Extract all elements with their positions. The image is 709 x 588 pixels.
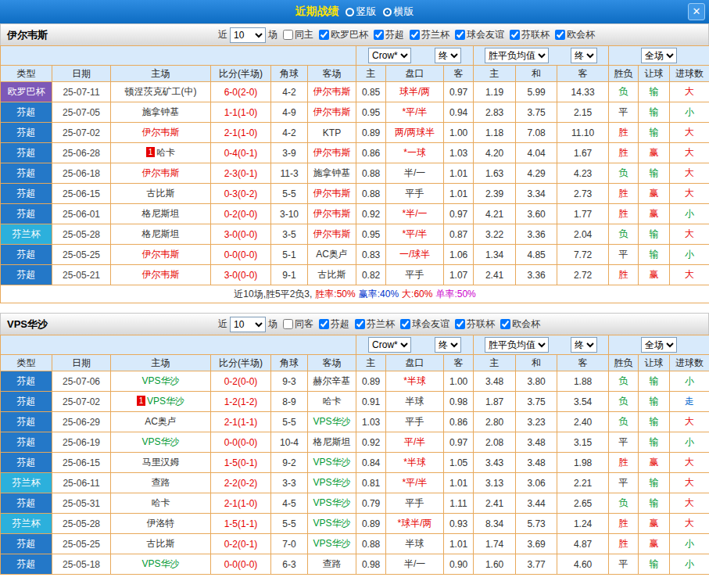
league-filter-checkbox[interactable]: 芬兰杯 — [410, 28, 449, 41]
filters: 近 10 场 同客 芬超芬兰杯球会友谊芬联杯欧会杯 — [218, 317, 540, 332]
final-odds-select[interactable]: 终 — [435, 337, 461, 353]
column-header-type: 类型 — [1, 66, 52, 82]
recent-label: 近 — [218, 317, 227, 331]
match-row: 芬超25-06-18伊尔韦斯2-3(0-1)11-3施拿钟基0.88半/一1.0… — [1, 163, 709, 184]
league-filter-checkbox-input[interactable] — [400, 319, 410, 329]
column-header-goals: 进球数 — [670, 355, 709, 371]
recent-count-select[interactable]: 10 — [230, 317, 266, 332]
final-avg-select[interactable]: 终 — [571, 337, 597, 353]
column-header-avg-away: 客 — [557, 355, 609, 371]
column-header-odds-home: 主 — [356, 355, 386, 371]
column-header-avg-home: 主 — [474, 355, 516, 371]
league-filters: 欧罗巴杯芬超芬兰杯球会友谊芬联杯欧会杯 — [313, 28, 595, 41]
match-row: 芬超25-06-15马里汉姆1-5(0-1)9-2VPS华沙0.84*半球1.0… — [1, 453, 709, 473]
recent-count-select[interactable]: 10 — [230, 27, 266, 43]
results-table-home: Crow* 终 胜平负均值 终 全场 类型 — [0, 45, 709, 303]
league-filter-checkbox[interactable]: 欧罗巴杯 — [319, 28, 368, 41]
column-header-handicap: 盘口 — [386, 355, 444, 371]
league-filter-checkbox[interactable]: 欧会杯 — [555, 28, 595, 41]
column-header-avg-draw: 和 — [516, 355, 557, 371]
league-filter-checkbox-input[interactable] — [319, 319, 329, 329]
match-row: 芬超25-07-05施拿钟基1-1(1-0)4-9伊尔韦斯0.95*平/半0.9… — [1, 102, 709, 123]
column-header-winlose: 胜负 — [609, 66, 639, 82]
league-filter-checkbox-input[interactable] — [374, 30, 384, 40]
league-filter-checkbox[interactable]: 球会友谊 — [400, 317, 449, 331]
radio-icon — [346, 8, 354, 16]
column-header-winlose: 胜负 — [609, 355, 639, 371]
team-bar: 伊尔韦斯 近 10 场 同主 欧罗巴杯芬超芬兰杯球会友谊芬联杯欧会杯 — [0, 23, 709, 45]
match-rows: 欧罗巴杯25-07-11顿涅茨克矿工(中)6-0(2-0)4-2伊尔韦斯0.85… — [1, 82, 709, 285]
recent-unit: 场 — [268, 317, 278, 331]
summary-segment: 赢率:40% — [359, 289, 399, 299]
match-row: 芬超25-05-25古比斯0-2(0-1)7-0VPS华沙0.88半球1.011… — [1, 534, 709, 554]
close-icon[interactable]: ✕ — [688, 3, 705, 20]
recent-label: 近 — [218, 28, 227, 41]
league-filter-checkbox[interactable]: 芬超 — [374, 28, 404, 41]
column-header-date: 日期 — [52, 66, 111, 82]
same-venue-checkbox[interactable]: 同客 — [283, 317, 313, 331]
summary-segment: 胜率:50% — [315, 289, 355, 299]
column-header-score: 比分(半场) — [211, 66, 271, 82]
league-filter-checkbox[interactable]: 球会友谊 — [455, 28, 504, 41]
league-filter-checkbox[interactable]: 芬超 — [319, 317, 349, 331]
match-row: 芬超25-06-19VPS华沙0-0(0-0)10-4格尼斯坦0.92平/半0.… — [1, 432, 709, 453]
full-match-select[interactable]: 全场 — [641, 48, 677, 63]
column-header-handicap: 盘口 — [386, 66, 444, 82]
league-filter-checkbox-input[interactable] — [500, 319, 510, 329]
full-match-select[interactable]: 全场 — [641, 337, 677, 353]
column-header-corner: 角球 — [271, 355, 308, 371]
column-header-avg-home: 主 — [474, 66, 516, 82]
league-filter-checkbox-input[interactable] — [510, 30, 520, 40]
column-header-odds-away: 客 — [444, 66, 474, 82]
red-card-badge: 1 — [146, 147, 155, 157]
match-row: 芬超25-05-21伊尔韦斯3-0(0-0)9-1古比斯0.82平手1.072.… — [1, 265, 709, 285]
orientation-radio-vertical[interactable]: 竖版 — [346, 5, 377, 19]
final-avg-select[interactable]: 终 — [571, 48, 597, 63]
same-venue-checkbox[interactable]: 同主 — [283, 28, 313, 41]
match-row: 芬超25-06-281哈卡0-4(0-1)3-9伊尔韦斯0.86*一球1.034… — [1, 143, 709, 163]
league-filter-checkbox-input[interactable] — [455, 319, 465, 329]
red-card-badge: 1 — [137, 396, 145, 406]
titlebar: 近期战绩 竖版 横版 ✕ — [0, 0, 709, 23]
league-filter-checkbox-input[interactable] — [410, 30, 420, 40]
summary-segment: 大:60% — [402, 289, 432, 299]
column-header-score: 比分(半场) — [211, 355, 271, 371]
league-filter-checkbox[interactable]: 芬联杯 — [455, 317, 495, 331]
column-header-goals: 进球数 — [670, 66, 709, 82]
column-header-date: 日期 — [52, 355, 111, 371]
summary-segment: 近10场,胜5平2负3, — [234, 289, 312, 299]
league-filter-checkbox-input[interactable] — [455, 30, 465, 40]
avg-odds-select[interactable]: 胜平负均值 — [485, 48, 549, 63]
column-header-away: 客场 — [308, 355, 356, 371]
match-row: 芬超25-05-31哈卡2-1(1-0)4-5VPS华沙0.79平手1.112.… — [1, 493, 709, 514]
league-filter-checkbox[interactable]: 芬兰杯 — [355, 317, 395, 331]
crow-odds-select[interactable]: Crow* — [368, 48, 411, 63]
team-bar: VPS华沙 近 10 场 同客 芬超芬兰杯球会友谊芬联杯欧会杯 — [0, 313, 709, 335]
crow-odds-select[interactable]: Crow* — [368, 337, 411, 353]
league-filter-checkbox[interactable]: 芬联杯 — [510, 28, 550, 41]
column-header-home: 主场 — [111, 66, 211, 82]
column-header-home: 主场 — [111, 355, 211, 371]
column-header-handicap-result: 让球 — [639, 355, 670, 371]
league-filter-checkbox[interactable]: 欧会杯 — [500, 317, 540, 331]
same-venue-checkbox-input[interactable] — [283, 30, 293, 40]
league-filter-checkbox-input[interactable] — [319, 30, 329, 40]
match-rows: 芬超25-07-06VPS华沙0-2(0-0)9-3赫尔辛基0.89*半球1.0… — [1, 371, 709, 575]
final-odds-select[interactable]: 终 — [435, 48, 461, 63]
column-header-corner: 角球 — [271, 66, 308, 82]
same-venue-checkbox-input[interactable] — [283, 319, 293, 329]
league-filter-checkbox-input[interactable] — [555, 30, 565, 40]
column-header-type: 类型 — [1, 355, 52, 371]
orientation-radio-horizontal[interactable]: 横版 — [383, 5, 414, 19]
filters: 近 10 场 同主 欧罗巴杯芬超芬兰杯球会友谊芬联杯欧会杯 — [218, 27, 595, 43]
match-row: 芬超25-06-01格尼斯坦0-2(0-0)3-10伊尔韦斯0.92*半/一0.… — [1, 204, 709, 224]
radio-selected-icon — [383, 8, 392, 16]
match-row: 芬超25-07-021VPS华沙1-2(1-2)8-9哈卡0.91半球0.981… — [1, 392, 709, 412]
league-filter-checkbox-input[interactable] — [355, 319, 365, 329]
avg-odds-select[interactable]: 胜平负均值 — [485, 337, 549, 353]
match-row: 芬兰杯25-06-11查路2-2(0-2)3-3VPS华沙0.81*平/半1.0… — [1, 473, 709, 493]
team-name: 伊尔韦斯 — [1, 28, 218, 42]
header-spacer — [1, 335, 356, 355]
team-name: VPS华沙 — [1, 317, 218, 332]
radio-label: 横版 — [394, 5, 414, 19]
